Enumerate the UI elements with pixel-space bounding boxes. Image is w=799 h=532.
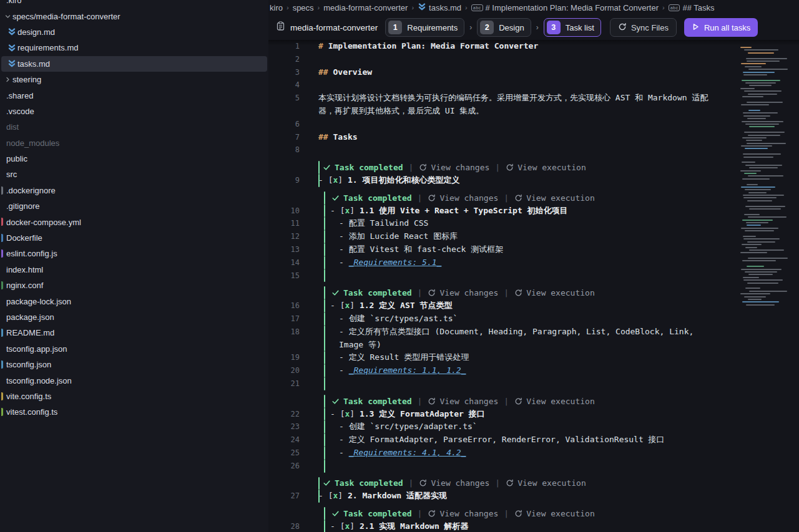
file-tree-item-index-html[interactable]: index.html [1,262,267,278]
step-label: Design [499,23,524,32]
file-tree-item-package-json[interactable]: package.json [1,309,267,325]
view-changes-link[interactable]: View changes [439,193,498,203]
file-tree-item-vite-config-ts[interactable]: vite.config.ts [1,389,267,404]
task-block-indicator [324,326,325,352]
file-tree-item-label: tsconfig.app.json [6,344,67,354]
task-completed-status: Task completed [335,478,403,488]
file-tree-item-steering[interactable]: steering [1,72,267,87]
file-tree-item-readme-md[interactable]: README.md [1,325,267,341]
file-tree-item-dockerfile[interactable]: Dockerfile [1,230,267,246]
task-block-indicator [324,408,325,421]
file-tree-item-package-lock-json[interactable]: package-lock.json [1,293,267,309]
requirements-link-line: 14- _Requirements: 5.1_ [268,256,799,269]
task-block-indicator [324,230,325,243]
breadcrumb-item[interactable]: kiro [270,3,283,12]
view-changes-link[interactable]: View changes [439,288,498,297]
view-changes-link[interactable]: View changes [439,509,498,518]
line-number: 13 [268,243,300,256]
file-tree-item-requirements-md[interactable]: requirements.md [1,40,267,56]
file-tree-item-public[interactable]: public [1,151,267,167]
file-tree-item-nginx-conf[interactable]: nginx.conf [1,278,267,293]
requirements-link[interactable]: _Requirements: 5.1_ [349,258,442,267]
lens-separator: | [412,397,428,406]
editor-pane[interactable]: kiro›specs›media-format-converter›tasks.… [268,0,799,532]
markdown-heading-line: 3## Overview [268,66,799,79]
breadcrumb-item[interactable]: abc## Tasks [669,3,715,12]
refresh-icon [514,194,526,202]
step-tab-requirements[interactable]: 1Requirements [385,18,464,37]
blank-line: 26 [268,460,799,473]
file-tree-item-tsconfig-app-json[interactable]: tsconfig.app.json [1,341,267,357]
view-execution-link[interactable]: View execution [517,478,586,488]
view-execution-link[interactable]: View execution [517,163,586,172]
markdown-editor-content[interactable]: 1# Implementation Plan: Media Format Con… [268,40,799,532]
view-changes-link[interactable]: View changes [431,478,489,488]
file-tree-item-vitest-config-ts[interactable]: vitest.config.ts [1,404,267,420]
markdown-file-icon [418,2,426,13]
file-tree-item--vscode[interactable]: .vscode [1,104,267,119]
check-icon [331,194,343,202]
view-changes-link[interactable]: View changes [439,397,498,406]
view-changes-link[interactable]: View changes [431,163,489,172]
line-number: 14 [268,256,300,269]
step-tab-task-list[interactable]: 3Task list [544,18,601,37]
symbol-string-icon: abc [471,4,483,11]
task-block-indicator [324,217,325,230]
breadcrumb-item[interactable]: media-format-converter [323,3,408,12]
sync-icon [618,22,627,33]
markdown-file-icon [6,27,17,36]
view-execution-link[interactable]: View execution [526,193,595,203]
task-detail-line: 17- 创建 `src/types/ast.ts` [268,312,799,326]
file-tree-item-eslint-config-js[interactable]: eslint.config.js [1,246,267,261]
task-checkbox-line: 28- [x] 2.1 实现 Markdown 解析器 [268,520,799,532]
view-execution-link[interactable]: View execution [526,397,595,406]
task-code-lens: Task completed|View changes|View executi… [268,507,799,520]
file-tree-item-docker-compose-yml[interactable]: docker-compose.yml [1,214,267,230]
task-checkbox-line: 27- [x] 2. Markdown 适配器实现 [268,490,799,503]
file-tree-item--dockerignore[interactable]: .dockerignore [1,183,267,198]
task-completed-status: Task completed [335,163,403,172]
breadcrumb-item[interactable]: tasks.md [418,2,461,13]
task-block-indicator [324,256,325,269]
file-tree-item-tsconfig-node-json[interactable]: tsconfig.node.json [1,372,267,388]
file-tree-item-tsconfig-json[interactable]: tsconfig.json [1,357,267,372]
task-block-indicator [324,205,325,218]
view-execution-link[interactable]: View execution [526,509,595,518]
task-code-lens: Task completed|View changes|View executi… [268,477,799,490]
play-icon [692,22,700,33]
file-tree-item-specs-media-format-converter[interactable]: specs/media-format-converter [1,8,267,24]
requirements-link[interactable]: _Requirements: 4.1, 4.2_ [349,448,466,457]
breadcrumb-separator-icon: › [411,4,414,11]
file-tree-item--shared[interactable]: .shared [1,87,267,103]
task-block-indicator [324,420,325,433]
task-completed-status: Task completed [343,509,412,518]
step-number-badge: 1 [388,21,402,34]
requirements-link[interactable]: _Requirements: 1.1, 1.2_ [349,365,466,375]
breadcrumb-item[interactable]: specs [293,3,314,12]
sync-files-button[interactable]: Sync Files [610,18,677,37]
run-all-tasks-button[interactable]: Run all tasks [684,18,758,37]
check-icon [323,163,335,172]
file-tree-item-src[interactable]: src [1,167,267,182]
file-tree-item-dist[interactable]: dist [1,119,267,135]
task-block-indicator [324,191,325,205]
task-code-lens: Task completed|View changes|View executi… [268,191,799,205]
breadcrumb-item[interactable]: abc# Implementation Plan: Media Format C… [471,3,659,12]
refresh-icon [428,397,439,405]
file-tree-item-node-modules[interactable]: node_modules [1,135,267,151]
file-tree-item-label: tasks.md [17,59,50,69]
view-execution-link[interactable]: View execution [526,288,595,297]
file-tree-item-design-md[interactable]: design.md [1,24,267,40]
minimap[interactable] [738,46,793,321]
file-tree-item--gitignore[interactable]: .gitignore [1,198,267,214]
check-icon [331,397,343,405]
blank-line: 2 [268,53,799,66]
spec-toolbar: media-format-converter 1Requirements›2De… [268,15,799,40]
step-tab-design[interactable]: 2Design [477,18,531,37]
lens-separator: | [412,509,428,518]
task-block-indicator [324,507,325,520]
check-icon [323,479,335,487]
task-block-indicator [324,447,325,460]
file-tree-item-tasks-md[interactable]: tasks.md [1,56,267,72]
file-tree-item--kiro[interactable]: .kiro [1,0,267,8]
